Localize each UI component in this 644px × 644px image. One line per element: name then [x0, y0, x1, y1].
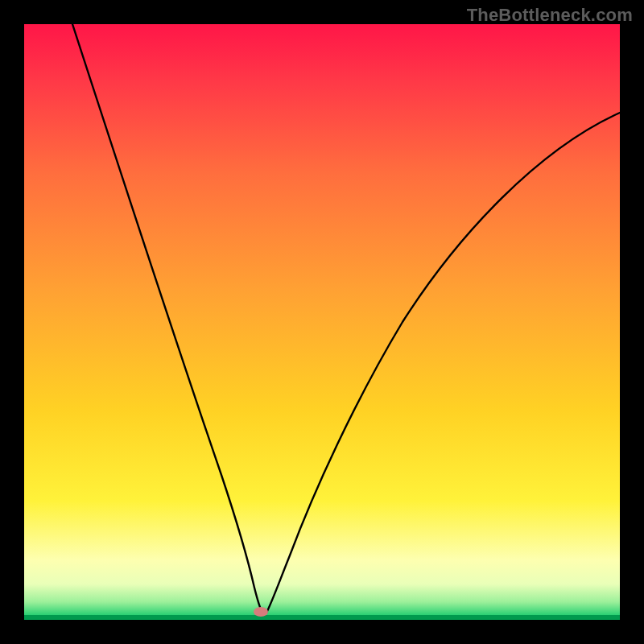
chart-frame: TheBottleneck.com [0, 0, 644, 644]
bottleneck-chart [24, 24, 620, 620]
baseline-strip [24, 615, 620, 620]
watermark-text: TheBottleneck.com [467, 5, 633, 26]
gradient-background [24, 24, 620, 620]
optimum-marker [254, 607, 268, 617]
plot-area [24, 24, 620, 620]
